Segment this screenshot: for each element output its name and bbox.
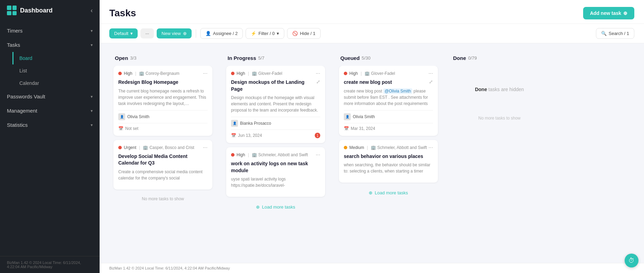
sidebar-item-list-label: List xyxy=(19,68,27,73)
task-card[interactable]: High | 🏢 Conroy-Bergnaum ··· Redesign Bl… xyxy=(113,66,212,136)
card-more-button[interactable]: ··· xyxy=(203,71,208,76)
chevron-down-icon: ▾ xyxy=(91,43,93,47)
sidebar-item-list[interactable]: List xyxy=(12,64,100,77)
plus-circle-icon: ⊕ xyxy=(623,10,627,16)
load-more-button[interactable]: ⊕ Load more tasks xyxy=(230,201,321,213)
column-open-header: Open 3/3 xyxy=(109,50,217,66)
mention-tag: @Olivia Smith xyxy=(383,88,412,94)
plus-circle-icon: ⊕ xyxy=(369,190,372,195)
column-done-header: Done 0/79 xyxy=(448,50,551,66)
card-meta: High | 🏢 Conroy-Bergnaum ··· xyxy=(118,71,208,76)
company-name: 🏢 Glover-Fadel xyxy=(365,71,395,76)
company-name: 🏢 Schmeler, Abbott and Swift xyxy=(371,145,427,150)
filter-chevron-icon: ▾ xyxy=(277,31,279,36)
sidebar-footer: BizMan 1.42 © 2024 Local Time: 6/11/2024… xyxy=(0,256,100,273)
card-title: Develop Social Media Content Calendar fo… xyxy=(118,153,208,167)
filter-button[interactable]: ⚡ Filter / 0 ▾ xyxy=(246,28,284,39)
card-meta-left: Medium | 🏢 Schmeler, Abbott and Swift xyxy=(344,145,427,150)
column-queued-count: 5/30 xyxy=(362,55,370,61)
task-card[interactable]: Medium | 🏢 Schmeler, Abbott and Swift ··… xyxy=(339,140,438,183)
assignee-filter-button[interactable]: 👤 Assignee / 2 xyxy=(200,28,243,39)
load-more-button[interactable]: ⊕ Load more tasks xyxy=(343,187,434,199)
bottom-bar: BizMan 1.42 © 2024 Local Time: 6/11/2024… xyxy=(100,263,644,273)
card-more-button[interactable]: ··· xyxy=(316,152,320,158)
task-card[interactable]: High | 🏢 Schmeler, Abbott and Swift ··· … xyxy=(226,147,325,197)
card-meta-left: High | 🏢 Glover-Fadel xyxy=(344,71,395,76)
card-title: Redesign Blog Homepage xyxy=(118,79,208,86)
card-date-row: 📅 Not set xyxy=(118,126,208,131)
sidebar-item-management[interactable]: Management ▾ xyxy=(0,104,100,118)
sidebar-item-tasks-label: Tasks xyxy=(7,42,20,48)
expand-icon[interactable]: ⤢ xyxy=(429,79,433,85)
card-title: work on activity logs on new task module xyxy=(231,160,320,174)
column-done: Done 0/79 Done tasks are hidden No more … xyxy=(448,50,551,125)
hide-label: Hide / 1 xyxy=(300,31,315,36)
card-meta-left: High | 🏢 Schmeler, Abbott and Swift xyxy=(231,152,308,157)
more-views-button[interactable]: ··· xyxy=(140,28,154,38)
search-button[interactable]: 🔍 Search / 1 xyxy=(596,28,634,39)
card-assignee: 👤 Olivia Smith xyxy=(344,113,375,120)
card-description: Design mockups of the homepage with visu… xyxy=(231,95,320,113)
sidebar-item-statistics[interactable]: Statistics ▾ xyxy=(0,118,100,132)
card-meta-left: High | 🏢 Glover-Fadel xyxy=(231,71,282,76)
column-in-progress-header: In Progress 5/7 xyxy=(222,50,329,66)
card-date-row: 📅 Mar 31, 2024 xyxy=(344,126,433,131)
card-description: The current blog homepage needs a refres… xyxy=(118,88,208,107)
default-view-label: Default xyxy=(114,31,128,36)
avatar: 👤 xyxy=(118,113,125,120)
building-icon: 🏢 xyxy=(139,71,144,76)
sidebar-item-passwords-label: Passwords Vault xyxy=(7,94,45,99)
plus-circle-icon: ⊕ xyxy=(256,204,260,210)
calendar-icon: 📅 xyxy=(118,126,123,131)
new-view-button[interactable]: New view ⊕ xyxy=(157,28,192,38)
sidebar-item-calendar[interactable]: Calendar xyxy=(12,77,100,89)
task-card[interactable]: High | 🏢 Glover-Fadel ··· Design mockups… xyxy=(226,66,325,143)
page-title: Tasks xyxy=(109,8,136,19)
calendar-icon: 📅 xyxy=(231,133,236,138)
company-name: 🏢 Glover-Fadel xyxy=(252,71,282,76)
footer-text: BizMan 1.42 © 2024 Local Time: 6/11/2024… xyxy=(7,261,81,269)
card-title: create new blog post xyxy=(344,79,392,86)
app-logo: Dashboard xyxy=(7,6,53,15)
card-more-button[interactable]: ··· xyxy=(429,71,433,76)
priority-label: High xyxy=(349,71,358,76)
card-footer: 👤 Olivia Smith xyxy=(118,113,208,120)
done-hidden-message: Done tasks are hidden xyxy=(448,66,551,113)
building-icon: 🏢 xyxy=(252,152,257,157)
column-open-body: High | 🏢 Conroy-Bergnaum ··· Redesign Bl… xyxy=(109,66,217,208)
task-card[interactable]: High | 🏢 Glover-Fadel ··· create new blo… xyxy=(339,66,438,136)
add-task-label: Add new task xyxy=(590,10,621,16)
card-more-button[interactable]: ··· xyxy=(429,145,433,150)
hide-button[interactable]: 🚫 Hide / 1 xyxy=(287,28,321,39)
priority-dot xyxy=(344,146,347,149)
sidebar: Dashboard ‹ Timers ▾ Tasks ▾ Board List … xyxy=(0,0,100,273)
sidebar-item-timers[interactable]: Timers ▾ xyxy=(0,24,100,38)
tasks-submenu: Board List Calendar xyxy=(0,52,100,89)
timer-fab-button[interactable]: ⏱ xyxy=(625,254,638,267)
sidebar-item-passwords[interactable]: Passwords Vault ▾ xyxy=(0,89,100,104)
card-meta: High | 🏢 Schmeler, Abbott and Swift ··· xyxy=(231,152,320,158)
no-more-done: No more tasks to show xyxy=(448,113,551,125)
chevron-down-icon: ▾ xyxy=(91,123,93,127)
task-card[interactable]: Urgent | 🏢 Casper, Bosco and Crist ··· D… xyxy=(113,140,212,190)
sidebar-nav: Timers ▾ Tasks ▾ Board List Calendar Pas… xyxy=(0,21,100,256)
building-icon: 🏢 xyxy=(365,71,370,76)
card-divider xyxy=(231,130,320,130)
priority-dot xyxy=(231,72,234,75)
sidebar-item-tasks[interactable]: Tasks ▾ xyxy=(0,38,100,52)
no-more-tasks: No more tasks to show xyxy=(113,194,212,204)
sidebar-collapse-button[interactable]: ‹ xyxy=(91,7,93,14)
card-description: when searching, the behavior should be s… xyxy=(344,162,433,174)
column-queued-header: Queued 5/30 xyxy=(335,50,442,66)
expand-icon[interactable]: ⤢ xyxy=(316,79,320,85)
chevron-down-icon: ▾ xyxy=(91,108,93,113)
card-more-button[interactable]: ··· xyxy=(316,71,320,76)
chevron-down-icon: ▾ xyxy=(130,31,133,36)
column-in-progress: In Progress 5/7 High | 🏢 Glover-Fadel xyxy=(222,50,329,221)
add-task-button[interactable]: Add new task ⊕ xyxy=(583,7,634,19)
priority-label: Medium xyxy=(349,145,364,150)
footer-info: BizMan 1.42 © 2024 Local Time: 6/11/2024… xyxy=(109,266,230,270)
default-view-button[interactable]: Default ▾ xyxy=(109,28,138,38)
card-more-button[interactable]: ··· xyxy=(203,145,208,150)
sidebar-item-board[interactable]: Board xyxy=(12,52,100,64)
